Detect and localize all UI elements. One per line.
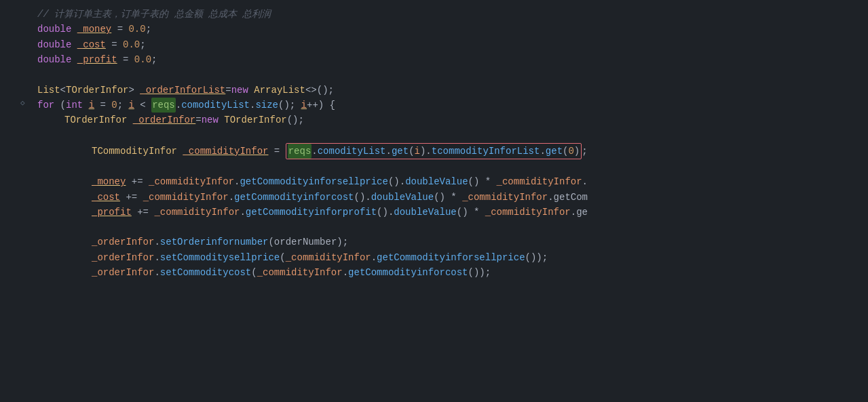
method-getprofit: getCommodityinforprofit bbox=[246, 205, 377, 220]
method-getsellprice2: getCommodityinforsellprice bbox=[377, 250, 525, 265]
comment-text: // 计算订单主表，订单子表的 总金额 总成本 总利润 bbox=[37, 7, 271, 22]
method-doublevalue3: doubleValue bbox=[394, 205, 456, 220]
var-commidity7: _commidityInfor bbox=[485, 205, 571, 220]
keyword-int: int bbox=[66, 98, 83, 113]
var-cost2: _cost bbox=[92, 190, 120, 205]
method-setsellprice: setCommoditysellprice bbox=[160, 250, 280, 265]
empty-line bbox=[0, 159, 868, 174]
empty-line bbox=[0, 128, 868, 143]
var-orderinfor2: _orderInfor bbox=[92, 235, 154, 249]
highlight-reqs: reqs bbox=[151, 98, 176, 113]
method-setcost: setCommoditycost bbox=[160, 265, 251, 280]
var-i2: i bbox=[129, 98, 134, 113]
var-i4: i bbox=[415, 144, 420, 159]
method-getcost2: getCommodityinforcost bbox=[348, 265, 468, 280]
type-torderinfor2: TOrderInfor bbox=[64, 113, 127, 127]
empty-line bbox=[0, 68, 868, 83]
var-cost: _cost bbox=[77, 37, 106, 52]
highlight-reqs2: reqs bbox=[288, 144, 312, 159]
var-commidity: _commidityInfor bbox=[183, 144, 268, 159]
code-line: ◇ for ( int i = 0 ; i < reqs . comodityL… bbox=[0, 98, 868, 113]
type-list: List bbox=[37, 83, 60, 98]
method-getcost: getCommodityinforcost bbox=[234, 190, 354, 205]
num-zero-i: 0 bbox=[111, 98, 117, 113]
num-zero: 0.0 bbox=[134, 52, 151, 67]
var-orderinfor4: _orderInfor bbox=[92, 265, 154, 280]
keyword-for: for bbox=[37, 98, 54, 113]
method-get: get bbox=[392, 144, 409, 159]
type-torderinfor3: TOrderInfor bbox=[224, 113, 286, 127]
gutter-arrow: ◇ bbox=[20, 98, 25, 110]
var-i3: i bbox=[301, 98, 307, 113]
method-comoditylist: comodityList bbox=[181, 98, 250, 113]
keyword-double: double bbox=[37, 52, 71, 67]
red-box-highlight: reqs . comodityList . get ( i ). tcommod… bbox=[286, 143, 582, 159]
var-commidity4: _commidityInfor bbox=[143, 190, 229, 205]
code-line: List < TOrderInfor > _orderInforList = n… bbox=[0, 83, 868, 98]
code-line: _money += _commidityInfor . getCommodity… bbox=[0, 174, 868, 189]
code-line: double _cost = 0.0 ; bbox=[0, 37, 868, 52]
keyword-new2: new bbox=[202, 113, 219, 127]
keyword-double: double bbox=[37, 22, 71, 37]
method-doublevalue: doubleValue bbox=[405, 174, 468, 189]
code-line: TOrderInfor _orderInfor = new TOrderInfo… bbox=[0, 113, 868, 127]
method-doublevalue2: doubleValue bbox=[371, 190, 434, 205]
method-tcommodityinforlist: tcommodityInforList bbox=[432, 144, 540, 159]
code-line: // 计算订单主表，订单子表的 总金额 总成本 总利润 bbox=[0, 7, 868, 22]
method-getsellprice: getCommodityinforsellprice bbox=[240, 174, 388, 189]
code-line: double _profit = 0.0 ; bbox=[0, 52, 868, 67]
var-money: _money bbox=[77, 22, 111, 37]
type-arraylist: ArrayList bbox=[254, 83, 305, 98]
code-line: double _money = 0.0 ; bbox=[0, 22, 868, 37]
var-commidity3: _commidityInfor bbox=[497, 174, 582, 189]
empty-line bbox=[0, 220, 868, 235]
var-profit2: _profit bbox=[92, 205, 132, 220]
code-line: _orderInfor . setOrderinfornumber (order… bbox=[0, 235, 868, 249]
code-line: _profit += _commidityInfor . getCommodit… bbox=[0, 205, 868, 220]
keyword-double: double bbox=[37, 37, 71, 52]
code-line: TCommodityInfor _commidityInfor = reqs .… bbox=[0, 143, 868, 159]
code-line: _orderInfor . setCommoditycost ( _commid… bbox=[0, 265, 868, 280]
num-zero: 0.0 bbox=[128, 22, 145, 37]
var-commidity6: _commidityInfor bbox=[154, 205, 240, 220]
num-zero: 0.0 bbox=[123, 37, 140, 52]
type-tcommodity: TCommodityInfor bbox=[92, 144, 177, 159]
var-commidity8: _commidityInfor bbox=[286, 250, 371, 265]
method-get2: get bbox=[546, 144, 563, 159]
var-commidity9: _commidityInfor bbox=[257, 265, 343, 280]
var-orderinfor: _orderInfor bbox=[133, 113, 195, 127]
var-profit: _profit bbox=[77, 52, 117, 67]
num-zero2: 0 bbox=[568, 144, 573, 159]
method-comoditylist2: comodityList bbox=[318, 144, 386, 159]
var-i: i bbox=[89, 98, 94, 113]
code-editor: // 计算订单主表，订单子表的 总金额 总成本 总利润 double _mone… bbox=[0, 0, 868, 402]
var-commidity2: _commidityInfor bbox=[149, 174, 234, 189]
method-setordernumber: setOrderinfornumber bbox=[160, 235, 269, 249]
keyword-new: new bbox=[231, 83, 248, 98]
code-line: _cost += _commidityInfor . getCommodityi… bbox=[0, 190, 868, 205]
var-commidity5: _commidityInfor bbox=[462, 190, 548, 205]
type-torderinfor: TOrderInfor bbox=[66, 83, 128, 98]
var-orderinforlist: _orderInforList bbox=[140, 83, 225, 98]
method-size: size bbox=[255, 98, 278, 113]
var-money2: _money bbox=[92, 174, 126, 189]
code-line: _orderInfor . setCommoditysellprice ( _c… bbox=[0, 250, 868, 265]
var-orderinfor3: _orderInfor bbox=[92, 250, 154, 265]
